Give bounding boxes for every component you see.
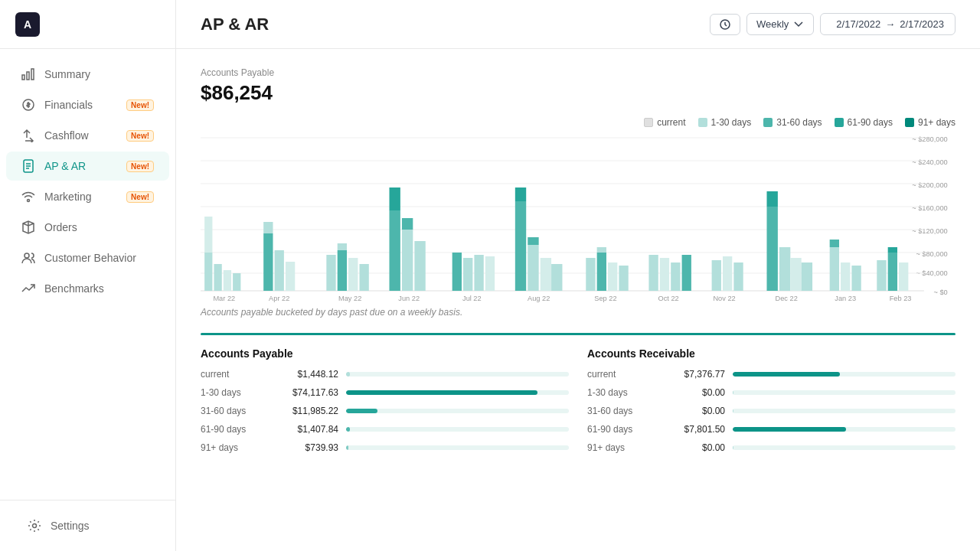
sidebar-item-orders[interactable]: Orders [6,213,169,242]
svg-text:~ $120,000: ~ $120,000 [912,227,947,235]
svg-text:~ $80,000: ~ $80,000 [916,250,947,258]
svg-rect-66 [733,262,743,291]
gear-icon [28,519,41,533]
svg-rect-1 [27,72,29,80]
legend-91plus: 91+ days [905,117,956,128]
new-badge-ap-ar: New! [126,161,154,172]
svg-rect-59 [619,266,628,291]
users-icon [21,251,35,265]
wifi-icon [21,190,35,204]
bar-container [346,390,569,395]
svg-rect-70 [790,258,801,291]
sidebar-item-label: Customer Behavior [44,252,136,264]
sidebar-item-label: Summary [44,68,90,80]
svg-text:~ $200,000: ~ $200,000 [912,181,947,189]
svg-point-5 [28,200,30,202]
table-row: 1-30 days $74,117.63 [201,387,569,398]
row-label: current [201,369,270,380]
svg-rect-55 [586,258,595,291]
sidebar-item-benchmarks[interactable]: Benchmarks [6,274,169,303]
svg-text:Dec 22: Dec 22 [776,295,798,302]
bar-fill [346,390,537,395]
svg-rect-36 [338,250,347,291]
table-row: current $7,376.77 [587,369,956,380]
svg-text:Jun 22: Jun 22 [398,295,420,302]
svg-rect-56 [597,253,606,291]
svg-rect-52 [528,237,538,245]
sidebar-item-label: Orders [44,221,77,233]
svg-rect-61 [660,258,669,291]
sidebar-item-summary[interactable]: Summary [6,60,169,89]
svg-rect-67 [767,207,778,291]
svg-rect-44 [414,241,425,291]
dollar-circle-icon [21,98,35,112]
svg-rect-43 [402,218,413,230]
bar-fill [346,372,350,377]
ap-table: Accounts Payable current $1,448.12 1-30 … [201,347,569,461]
legend-61-90: 61-90 days [835,117,893,128]
row-value: $0.00 [664,406,725,416]
svg-text:Jan 23: Jan 23 [835,295,856,302]
page-title: AP & AR [201,15,710,34]
bar-container [733,372,956,377]
svg-rect-46 [463,258,472,291]
history-button[interactable] [710,14,740,35]
svg-rect-65 [723,256,732,291]
svg-text:~ $240,000: ~ $240,000 [912,158,947,166]
svg-text:~ $280,000: ~ $280,000 [912,135,947,143]
svg-rect-60 [648,255,658,291]
svg-rect-34 [286,262,295,291]
file-text-icon [21,159,35,173]
bar-fill [733,409,733,413]
sidebar-item-financials[interactable]: Financials New! [6,90,169,119]
svg-rect-2 [31,69,34,80]
svg-text:Feb 23: Feb 23 [890,295,912,302]
sidebar-item-label: AP & AR [44,160,86,172]
legend-dot-31-60 [763,118,773,127]
bar-container [346,372,569,377]
svg-rect-57 [597,247,606,253]
table-row: 61-90 days $1,407.84 [201,424,569,435]
svg-text:~ $160,000: ~ $160,000 [912,204,947,212]
legend-dot-current [644,118,653,127]
svg-rect-72 [830,247,839,291]
svg-rect-32 [263,222,273,233]
sidebar-item-settings[interactable]: Settings [12,511,163,540]
row-label: 31-60 days [201,406,270,416]
svg-rect-54 [551,264,562,291]
svg-rect-33 [275,250,284,291]
svg-text:Nov 22: Nov 22 [713,295,735,302]
svg-rect-69 [779,247,790,291]
row-label: 31-60 days [587,406,656,416]
svg-rect-58 [608,262,617,291]
chart-legend: current 1-30 days 31-60 days 61-90 days … [201,117,956,128]
legend-label-current: current [657,117,685,128]
sidebar-item-label: Settings [51,520,90,532]
date-range[interactable]: 2/17/2022 → 2/17/2023 [820,13,956,35]
sidebar-item-customer-behavior[interactable]: Customer Behavior [6,243,169,272]
svg-rect-45 [452,253,462,291]
sidebar-nav: Summary Financials New! Cashflow New! AP… [0,49,175,500]
arrows-icon [21,129,35,142]
period-selector[interactable]: Weekly [746,13,814,35]
svg-rect-62 [671,262,680,291]
sidebar-item-ap-ar[interactable]: AP & AR New! [6,152,169,181]
svg-point-7 [33,524,37,528]
legend-current: current [644,117,685,128]
svg-rect-27 [204,217,212,253]
bar-fill [346,445,348,450]
bar-fill [733,390,733,395]
sidebar: A Summary Financials New! Cashflow New! [0,0,176,551]
row-value: $0.00 [664,387,725,398]
svg-rect-78 [888,247,897,253]
sidebar-item-marketing[interactable]: Marketing New! [6,182,169,211]
svg-rect-30 [233,273,240,291]
bar-container [346,445,569,450]
svg-rect-51 [528,245,538,291]
bar-container [346,427,569,432]
bar-fill [733,372,840,377]
svg-rect-48 [485,256,495,291]
sidebar-item-cashflow[interactable]: Cashflow New! [6,121,169,150]
table-row: 1-30 days $0.00 [587,387,956,398]
svg-text:Jul 22: Jul 22 [462,295,482,302]
